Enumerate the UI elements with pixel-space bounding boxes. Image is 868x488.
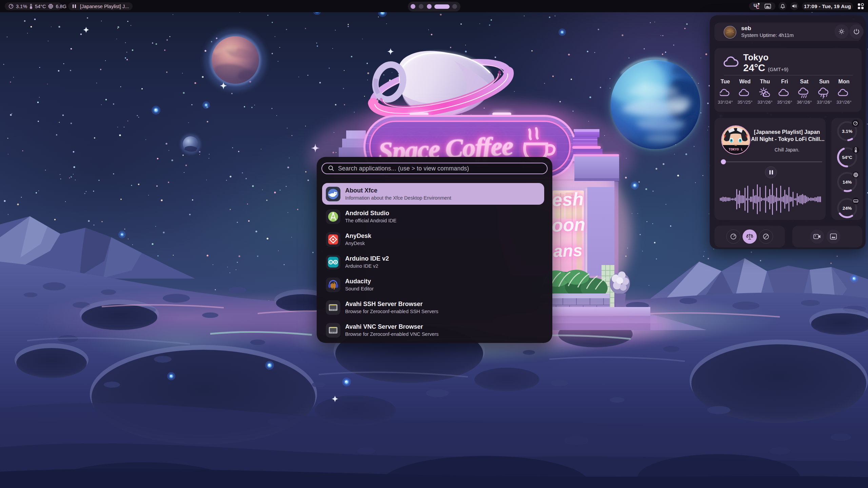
svg-text:esh: esh — [552, 188, 584, 210]
svg-text:ans: ans — [553, 241, 583, 261]
svg-text:oon: oon — [551, 214, 586, 235]
